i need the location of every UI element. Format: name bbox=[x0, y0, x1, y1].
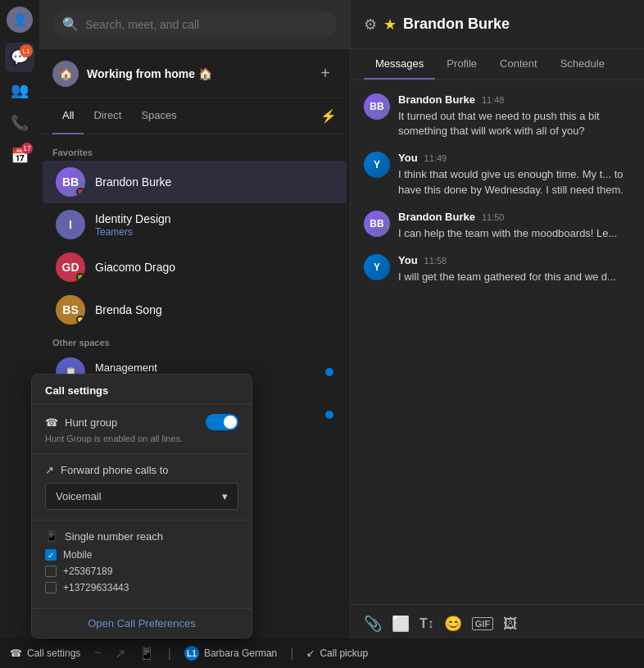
msg-text-0: It turned out that we need to push this … bbox=[398, 109, 631, 139]
call-pickup-label: Call pickup bbox=[320, 648, 368, 659]
tab-direct[interactable]: Direct bbox=[84, 98, 131, 134]
msg-sender-2: Brandon Burke bbox=[398, 211, 475, 223]
right-panel: ⚙ ★ Brandon Burke Messages Profile Conte… bbox=[351, 0, 644, 668]
teams-icon: 👥 bbox=[11, 81, 29, 99]
msg-avatar-you-1: Y bbox=[364, 152, 390, 178]
status-bar-user[interactable]: L1 Barbara German bbox=[184, 646, 277, 661]
tab-all[interactable]: All bbox=[52, 98, 84, 134]
sidebar-item-chat[interactable]: 💬 L1 bbox=[5, 43, 34, 72]
conv-item-giacomo[interactable]: GD Giacomo Drago bbox=[43, 246, 347, 289]
hunt-group-row: ☎ Hunt group bbox=[45, 414, 238, 430]
checkbox-mobile[interactable]: ✓ bbox=[45, 549, 57, 561]
unread-dot-other2 bbox=[325, 411, 333, 419]
msg-time-1: 11:49 bbox=[424, 153, 447, 163]
msg-time-3: 11:58 bbox=[424, 256, 447, 266]
msg-content-3: You 11:58 I will get the team gathered f… bbox=[398, 254, 631, 284]
other-spaces-label: Other spaces bbox=[39, 331, 350, 351]
msg-sender-3: You bbox=[398, 254, 418, 266]
tab-bar: All Direct Spaces ⚡ bbox=[39, 98, 350, 134]
video-icon[interactable]: ⬜ bbox=[392, 615, 410, 633]
message-group-2: BB Brandon Burke 11:50 I can help the te… bbox=[364, 211, 631, 241]
checkbox-row-num1: +25367189 bbox=[45, 566, 238, 577]
checkbox-row-num2: +13729633443 bbox=[45, 582, 238, 593]
format-icon[interactable]: T↕ bbox=[420, 616, 434, 631]
status-dot-giacomo bbox=[76, 273, 84, 281]
conv-name-brenda: Brenda Song bbox=[95, 303, 333, 316]
status-bar-call-settings[interactable]: ☎ Call settings bbox=[10, 648, 80, 659]
checkbox-num1[interactable] bbox=[45, 566, 57, 577]
forward-calls-row: ↗ Forward phone calls to bbox=[45, 464, 238, 476]
msg-meta-2: Brandon Burke 11:50 bbox=[398, 211, 631, 223]
voicemail-dropdown[interactable]: Voicemail ▾ bbox=[45, 483, 238, 510]
search-bar: 🔍 bbox=[39, 0, 350, 49]
conv-avatar-brenda: BS bbox=[56, 295, 85, 325]
chevron-down-icon: ▾ bbox=[222, 490, 228, 502]
conv-item-brandon[interactable]: BB Brandon Burke bbox=[43, 161, 347, 203]
input-toolbar: 📎 ⬜ T↕ 😊 GIF 🖼 bbox=[364, 615, 631, 633]
single-number-section: 📱 Single number reach ✓ Mobile +25367189… bbox=[32, 520, 252, 609]
msg-sender-0: Brandon Burke bbox=[398, 93, 475, 106]
hunt-group-sub: Hunt Group is enabled on all lines. bbox=[45, 434, 238, 443]
search-input[interactable] bbox=[85, 18, 327, 31]
sidebar-item-teams[interactable]: 👥 bbox=[5, 75, 34, 105]
hunt-group-toggle[interactable] bbox=[206, 414, 238, 430]
single-number-label: 📱 Single number reach bbox=[45, 530, 238, 543]
user-name: Barbara German bbox=[204, 648, 277, 659]
chat-tab-schedule[interactable]: Schedule bbox=[549, 49, 616, 80]
status-bar-divider-1: | bbox=[168, 646, 171, 661]
search-input-wrap[interactable]: 🔍 bbox=[52, 11, 337, 37]
attach-icon[interactable]: 📎 bbox=[364, 615, 382, 633]
chat-tab-messages[interactable]: Messages bbox=[364, 49, 435, 80]
conv-avatar-brandon: BB bbox=[56, 167, 85, 197]
popup-title: Call settings bbox=[32, 375, 252, 404]
voicemail-value: Voicemail bbox=[56, 490, 102, 502]
message-group-0: BB Brandon Burke 11:48 It turned out tha… bbox=[364, 93, 631, 139]
chat-tab-content[interactable]: Content bbox=[488, 49, 549, 80]
sidebar-item-calendar[interactable]: 📅 17 bbox=[5, 141, 34, 170]
msg-avatar-brandon-2: BB bbox=[364, 211, 390, 237]
chat-tab-profile[interactable]: Profile bbox=[435, 49, 488, 80]
image-icon[interactable]: 🖼 bbox=[503, 616, 518, 633]
emoji-icon[interactable]: 😊 bbox=[444, 615, 462, 633]
messages-area: BB Brandon Burke 11:48 It turned out tha… bbox=[351, 80, 644, 604]
msg-text-3: I will get the team gathered for this an… bbox=[398, 270, 631, 284]
msg-meta-0: Brandon Burke 11:48 bbox=[398, 93, 631, 106]
conv-item-identity[interactable]: I Identity Design Teamers bbox=[43, 203, 347, 246]
status-dot-brandon bbox=[76, 188, 84, 196]
msg-content-0: Brandon Burke 11:48 It turned out that w… bbox=[398, 93, 631, 139]
status-bar-call-pickup[interactable]: ↙ Call pickup bbox=[306, 648, 368, 659]
user-avatar[interactable]: 👤 bbox=[7, 7, 33, 33]
workspace-title: Working from home 🏠 bbox=[87, 67, 314, 80]
status-dot-brenda bbox=[76, 316, 84, 324]
msg-meta-1: You 11:49 bbox=[398, 152, 631, 164]
checkbox-num2[interactable] bbox=[45, 582, 57, 593]
hunt-group-label: ☎ Hunt group bbox=[45, 416, 117, 429]
conv-item-brenda[interactable]: BS Brenda Song bbox=[43, 289, 347, 331]
msg-time-2: 11:50 bbox=[482, 212, 505, 222]
settings-icon[interactable]: ⚙ bbox=[364, 16, 377, 34]
sidebar-item-calls[interactable]: 📞 bbox=[5, 108, 34, 138]
filter-icon[interactable]: ⚡ bbox=[320, 108, 337, 124]
user-badge: L1 bbox=[184, 646, 199, 661]
msg-text-1: I think that would give us enough time. … bbox=[398, 167, 631, 197]
chat-badge: L1 bbox=[20, 44, 33, 57]
open-call-preferences-link[interactable]: Open Call Preferences bbox=[32, 609, 252, 638]
star-icon[interactable]: ★ bbox=[383, 16, 397, 34]
msg-content-2: Brandon Burke 11:50 I can help the team … bbox=[398, 211, 631, 241]
calendar-badge: 17 bbox=[21, 143, 33, 154]
hunt-group-section: ☎ Hunt group Hunt Group is enabled on al… bbox=[32, 404, 252, 454]
forward-icon: ↗ bbox=[45, 464, 54, 476]
chat-header: ⚙ ★ Brandon Burke bbox=[351, 0, 644, 49]
checkbox-label-mobile: Mobile bbox=[63, 549, 92, 561]
left-header: 🏠 Working from home 🏠 + bbox=[39, 49, 350, 98]
conv-name-brandon: Brandon Burke bbox=[95, 175, 333, 189]
msg-avatar-you-3: Y bbox=[364, 254, 390, 280]
single-number-icon: 📱 bbox=[45, 530, 58, 543]
message-group-1: Y You 11:49 I think that would give us e… bbox=[364, 152, 631, 197]
msg-text-2: I can help the team with the moodboards!… bbox=[398, 226, 631, 241]
tab-spaces[interactable]: Spaces bbox=[131, 98, 186, 134]
gif-icon[interactable]: GIF bbox=[472, 617, 493, 630]
add-button[interactable]: + bbox=[314, 62, 337, 85]
msg-avatar-brandon-0: BB bbox=[364, 93, 390, 120]
conv-avatar-identity: I bbox=[56, 210, 85, 239]
